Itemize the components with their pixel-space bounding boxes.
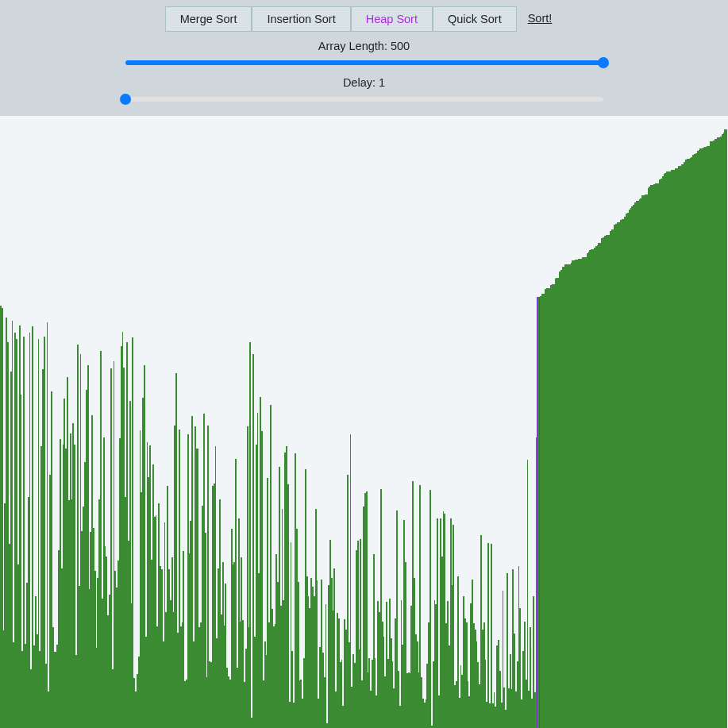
chart-bar	[726, 129, 727, 728]
chart-bar	[429, 490, 431, 728]
chart-bar	[350, 434, 352, 728]
heap-sort-button[interactable]: Heap Sort	[351, 6, 433, 32]
quick-sort-button[interactable]: Quick Sort	[433, 6, 517, 32]
chart-bar	[47, 322, 48, 728]
array-length-label-prefix: Array Length:	[318, 40, 391, 52]
chart-bar	[487, 543, 489, 728]
delay-slider[interactable]	[125, 94, 603, 105]
chart-bar	[491, 544, 492, 728]
sort-link[interactable]: Sort!	[517, 6, 564, 32]
array-length-slider-thumb[interactable]	[598, 57, 609, 68]
chart-bar	[249, 342, 251, 728]
chart-bar	[287, 484, 289, 728]
array-length-slider-fill	[125, 60, 603, 65]
array-length-label: Array Length: 500	[318, 40, 410, 52]
chart-bar	[325, 604, 327, 728]
bar-chart	[0, 118, 728, 728]
array-length-value: 500	[391, 40, 410, 52]
delay-slider-track	[125, 97, 603, 102]
array-length-slider[interactable]	[125, 57, 603, 68]
delay-label-prefix: Delay:	[343, 76, 379, 89]
chart-bar	[132, 337, 133, 728]
delay-slider-thumb[interactable]	[120, 94, 131, 105]
algorithm-button-row: Merge Sort Insertion Sort Heap Sort Quic…	[165, 6, 564, 32]
controls-panel: Merge Sort Insertion Sort Heap Sort Quic…	[0, 0, 728, 116]
merge-sort-button[interactable]: Merge Sort	[165, 6, 252, 32]
insertion-sort-button[interactable]: Insertion Sort	[252, 6, 350, 32]
delay-label: Delay: 1	[343, 76, 385, 89]
chart-bar	[527, 460, 529, 728]
delay-value: 1	[379, 76, 385, 89]
